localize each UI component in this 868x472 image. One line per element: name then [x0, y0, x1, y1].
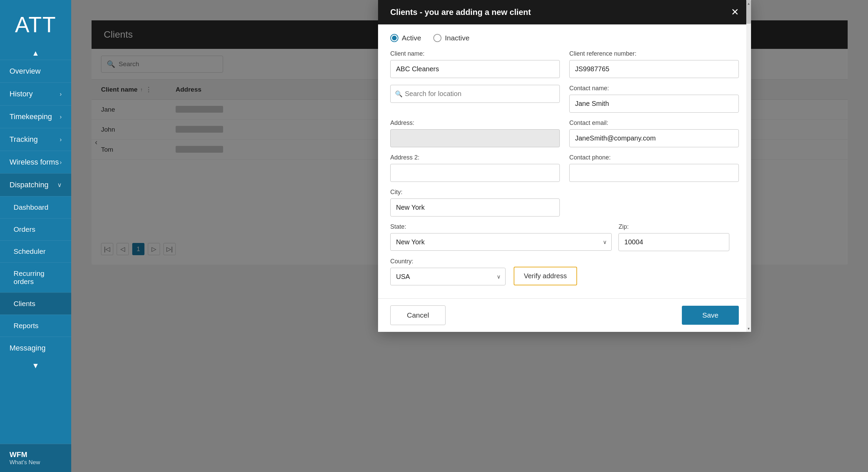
sidebar-item-dashboard[interactable]: Dashboard: [0, 196, 71, 218]
client-name-input[interactable]: [390, 60, 560, 78]
sidebar-item-label: Wireless forms: [9, 158, 59, 167]
state-select-wrapper: New York ∨: [390, 233, 612, 251]
close-button[interactable]: ✕: [731, 7, 739, 17]
sidebar-logo: ATT: [0, 0, 71, 47]
wfm-label: WFM: [9, 450, 62, 459]
inactive-label: Inactive: [445, 34, 469, 42]
form-row-6: State: New York ∨ Zip:: [390, 223, 739, 251]
address-group: Address:: [390, 119, 560, 147]
sidebar-item-label: Reports: [14, 322, 39, 330]
sidebar-item-scheduler[interactable]: Scheduler: [0, 240, 71, 262]
sidebar-item-label: Clients: [14, 300, 35, 308]
form-row-2: 🔍 Contact name:: [390, 85, 739, 113]
modal-footer: Cancel Save: [378, 298, 751, 332]
modal: ▲ ▼ Clients - you are adding a new clien…: [378, 0, 751, 332]
form-row-5: City:: [390, 189, 739, 216]
state-select[interactable]: New York: [390, 233, 612, 251]
modal-title: Clients - you are adding a new client: [390, 7, 531, 17]
contact-email-input[interactable]: [569, 129, 739, 147]
country-select[interactable]: USA: [390, 268, 506, 285]
client-ref-group: Client reference number:: [569, 50, 739, 78]
chevron-right-icon: ›: [60, 159, 62, 166]
country-group: Country: USA ∨: [390, 258, 506, 285]
form-row-1: Client name: Client reference number:: [390, 50, 739, 78]
cancel-button[interactable]: Cancel: [390, 305, 446, 325]
sidebar-item-label: Orders: [14, 225, 35, 233]
contact-phone-group: Contact phone:: [569, 154, 739, 182]
location-search-group: 🔍: [390, 85, 560, 113]
chevron-right-icon: ›: [60, 91, 62, 98]
sidebar-item-clients[interactable]: Clients: [0, 292, 71, 315]
sidebar-item-messaging[interactable]: Messaging: [0, 337, 71, 359]
client-name-label: Client name:: [390, 50, 560, 57]
sidebar-item-label: Timekeeping: [9, 112, 52, 121]
country-select-wrapper: USA ∨: [390, 268, 506, 285]
scrollbar-down-arrow[interactable]: ▼: [746, 325, 751, 332]
address2-label: Address 2:: [390, 154, 560, 161]
state-zip-row: State: New York ∨ Zip:: [390, 223, 729, 251]
zip-input[interactable]: [618, 233, 729, 251]
location-search-icon: 🔍: [395, 90, 402, 98]
main-content: Clients 🔍 Client name ↑ ⋮ Address Jane J…: [71, 0, 868, 472]
contact-name-label: Contact name:: [569, 85, 739, 92]
sidebar-nav: ▲ Overview History › Timekeeping › Track…: [0, 47, 71, 444]
active-radio-circle: [390, 34, 398, 42]
sidebar-item-label: Messaging: [9, 344, 45, 353]
sidebar-item-label: History: [9, 90, 33, 98]
sidebar-item-label: Tracking: [9, 135, 38, 144]
modal-scrollbar-track[interactable]: ▲ ▼: [746, 0, 751, 332]
verify-address-button[interactable]: Verify address: [514, 267, 577, 285]
save-button[interactable]: Save: [682, 306, 739, 325]
zip-group: Zip:: [618, 223, 729, 251]
location-search-input[interactable]: [390, 85, 560, 103]
state-group: State: New York ∨: [390, 223, 612, 251]
city-group: City:: [390, 189, 560, 216]
status-radio-group: Active Inactive: [390, 34, 739, 42]
inactive-radio-circle: [433, 34, 441, 42]
form-row-7: Country: USA ∨ Verify address: [390, 258, 739, 285]
state-label: State:: [390, 223, 612, 230]
sidebar-item-timekeeping[interactable]: Timekeeping ›: [0, 105, 71, 128]
address-label: Address:: [390, 119, 560, 127]
sidebar-item-overview[interactable]: Overview: [0, 60, 71, 82]
address2-input[interactable]: [390, 164, 560, 182]
sidebar-item-dispatching[interactable]: Dispatching ∨: [0, 173, 71, 196]
active-label: Active: [402, 34, 421, 42]
city-label: City:: [390, 189, 560, 196]
client-ref-label: Client reference number:: [569, 50, 739, 57]
scroll-down-button[interactable]: ▼: [0, 359, 71, 372]
chevron-up-icon: ▲: [747, 2, 750, 5]
sidebar-item-tracking[interactable]: Tracking ›: [0, 128, 71, 151]
sidebar-item-wireless-forms[interactable]: Wireless forms ›: [0, 151, 71, 173]
city-input[interactable]: [390, 199, 560, 216]
sidebar-item-history[interactable]: History ›: [0, 82, 71, 105]
country-label: Country:: [390, 258, 506, 265]
contact-phone-input[interactable]: [569, 164, 739, 182]
chevron-down-icon: ∨: [57, 181, 62, 189]
form-row-4: Address 2: Contact phone:: [390, 154, 739, 182]
scroll-up-button[interactable]: ▲: [0, 47, 71, 60]
contact-name-input[interactable]: [569, 95, 739, 113]
chevron-down-icon: ▼: [747, 327, 750, 331]
sidebar-item-label: Dispatching: [9, 181, 48, 189]
sidebar-bottom: WFM What's New: [0, 444, 71, 472]
active-radio[interactable]: Active: [390, 34, 421, 42]
address-input[interactable]: [390, 129, 560, 147]
sidebar-item-reports[interactable]: Reports: [0, 315, 71, 337]
sidebar-item-label: Recurring orders: [14, 269, 62, 286]
client-ref-input[interactable]: [569, 60, 739, 78]
sidebar-item-recurring-orders[interactable]: Recurring orders: [0, 262, 71, 292]
modal-header: Clients - you are adding a new client ✕: [378, 0, 751, 24]
modal-overlay: ▲ ▼ Clients - you are adding a new clien…: [71, 0, 868, 472]
chevron-right-icon: ›: [60, 136, 62, 143]
sidebar-item-label: Overview: [9, 67, 41, 76]
chevron-right-icon: ›: [60, 113, 62, 120]
sidebar: ATT ▲ Overview History › Timekeeping › T…: [0, 0, 71, 472]
whats-new-label: What's New: [9, 459, 62, 466]
sidebar-item-orders[interactable]: Orders: [0, 218, 71, 240]
client-name-group: Client name:: [390, 50, 560, 78]
sidebar-item-label: Dashboard: [14, 203, 48, 211]
contact-phone-label: Contact phone:: [569, 154, 739, 161]
inactive-radio[interactable]: Inactive: [433, 34, 469, 42]
scrollbar-up-arrow[interactable]: ▲: [746, 0, 751, 7]
